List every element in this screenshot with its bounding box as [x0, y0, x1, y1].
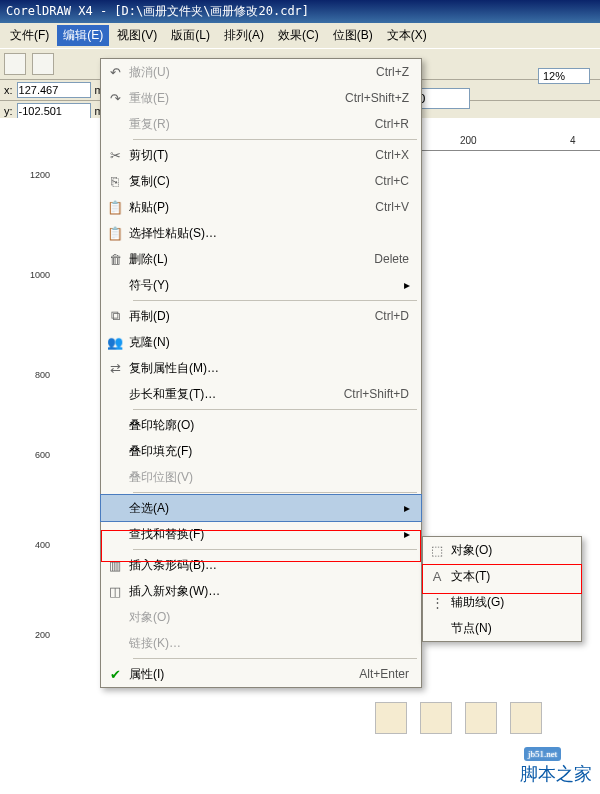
arrow-right-icon: ▸: [401, 501, 413, 515]
menu-paste[interactable]: 📋粘贴(P)Ctrl+V: [101, 194, 421, 220]
menubar: 文件(F) 编辑(E) 视图(V) 版面(L) 排列(A) 效果(C) 位图(B…: [0, 23, 600, 48]
menu-undo[interactable]: ↶撤消(U)Ctrl+Z: [101, 59, 421, 85]
zoom-input[interactable]: 12%: [538, 68, 590, 84]
thumbnail[interactable]: [420, 702, 452, 734]
menu-redo: ↷重做(E)Ctrl+Shift+Z: [101, 85, 421, 111]
x-label: x:: [4, 84, 13, 96]
copy-icon: ⎘: [101, 174, 129, 189]
menu-edit[interactable]: 编辑(E): [57, 25, 109, 46]
select-all-submenu: ⬚对象(O) A文本(T) ⋮辅助线(G) 节点(N): [422, 536, 582, 642]
menu-links: 链接(K)…: [101, 630, 421, 656]
ytick-1000: 1000: [30, 270, 50, 280]
new-icon[interactable]: [4, 53, 26, 75]
object-icon: ◫: [101, 584, 129, 599]
sub-text[interactable]: A文本(T): [423, 563, 581, 589]
watermark-text: 脚本之家: [520, 764, 592, 784]
menu-copy-props[interactable]: ⇄复制属性自(M)…: [101, 355, 421, 381]
y-input[interactable]: [17, 103, 91, 119]
titlebar: CorelDRAW X4 - [D:\画册文件夹\画册修改20.cdr]: [0, 0, 600, 23]
menu-symbol[interactable]: 符号(Y)▸: [101, 272, 421, 298]
separator: [133, 409, 417, 410]
guides-icon: ⋮: [423, 595, 451, 610]
menu-select-all[interactable]: 全选(A)▸: [100, 494, 422, 522]
menu-bitmap[interactable]: 位图(B): [327, 25, 379, 46]
thumbnail[interactable]: [465, 702, 497, 734]
edit-menu-dropdown: ↶撤消(U)Ctrl+Z ↷重做(E)Ctrl+Shift+Z 重复(R)Ctr…: [100, 58, 422, 688]
ytick-800: 800: [35, 370, 50, 380]
redo-icon: ↷: [101, 91, 129, 106]
paste-icon: 📋: [101, 200, 129, 215]
text-icon: A: [423, 569, 451, 584]
menu-overprint-fill[interactable]: 叠印填充(F): [101, 438, 421, 464]
menu-layout[interactable]: 版面(L): [165, 25, 216, 46]
duplicate-icon: ⧉: [101, 308, 129, 324]
separator: [133, 492, 417, 493]
sub-nodes[interactable]: 节点(N): [423, 615, 581, 641]
ruler-tick-4: 4: [570, 135, 576, 146]
y-label: y:: [4, 105, 13, 117]
separator: [133, 658, 417, 659]
menu-duplicate[interactable]: ⧉再制(D)Ctrl+D: [101, 303, 421, 329]
thumbnail[interactable]: [510, 702, 542, 734]
menu-copy[interactable]: ⎘复制(C)Ctrl+C: [101, 168, 421, 194]
arrow-right-icon: ▸: [401, 527, 413, 541]
open-icon[interactable]: [32, 53, 54, 75]
menu-cut[interactable]: ✂剪切(T)Ctrl+X: [101, 142, 421, 168]
menu-step-repeat[interactable]: 步长和重复(T)…Ctrl+Shift+D: [101, 381, 421, 407]
menu-paste-special[interactable]: 📋选择性粘贴(S)…: [101, 220, 421, 246]
menu-arrange[interactable]: 排列(A): [218, 25, 270, 46]
separator: [133, 300, 417, 301]
ruler-tick-200: 200: [460, 135, 477, 146]
menu-file[interactable]: 文件(F): [4, 25, 55, 46]
barcode-icon: ▥: [101, 558, 129, 573]
ruler-x: 200 4: [420, 134, 600, 151]
ytick-600: 600: [35, 450, 50, 460]
menu-find-replace[interactable]: 查找和替换(F)▸: [101, 521, 421, 547]
menu-insert-object[interactable]: ◫插入新对象(W)…: [101, 578, 421, 604]
menu-view[interactable]: 视图(V): [111, 25, 163, 46]
separator: [133, 139, 417, 140]
sub-guides[interactable]: ⋮辅助线(G): [423, 589, 581, 615]
menu-repeat: 重复(R)Ctrl+R: [101, 111, 421, 137]
watermark: jb51.net 脚本之家: [520, 741, 592, 786]
paste-special-icon: 📋: [101, 226, 129, 241]
scissors-icon: ✂: [101, 148, 129, 163]
arrow-right-icon: ▸: [401, 278, 413, 292]
menu-insert-barcode[interactable]: ▥插入条形码(B)…: [101, 552, 421, 578]
delete-icon: 🗑: [101, 252, 129, 267]
ytick-400: 400: [35, 540, 50, 550]
ytick-1200: 1200: [30, 170, 50, 180]
menu-properties[interactable]: ✔属性(I)Alt+Enter: [101, 661, 421, 687]
menu-overprint-outline[interactable]: 叠印轮廓(O): [101, 412, 421, 438]
undo-icon: ↶: [101, 65, 129, 80]
check-icon: ✔: [101, 667, 129, 682]
watermark-logo: jb51.net: [524, 747, 561, 761]
ytick-200: 200: [35, 630, 50, 640]
menu-text[interactable]: 文本(X): [381, 25, 433, 46]
menu-object: 对象(O): [101, 604, 421, 630]
x-input[interactable]: [17, 82, 91, 98]
objects-icon: ⬚: [423, 543, 451, 558]
menu-delete[interactable]: 🗑删除(L)Delete: [101, 246, 421, 272]
menu-effects[interactable]: 效果(C): [272, 25, 325, 46]
clone-icon: 👥: [101, 335, 129, 350]
thumbnail[interactable]: [375, 702, 407, 734]
separator: [133, 549, 417, 550]
sub-objects[interactable]: ⬚对象(O): [423, 537, 581, 563]
menu-overprint-bitmap: 叠印位图(V): [101, 464, 421, 490]
menu-clone[interactable]: 👥克隆(N): [101, 329, 421, 355]
copy-props-icon: ⇄: [101, 361, 129, 376]
